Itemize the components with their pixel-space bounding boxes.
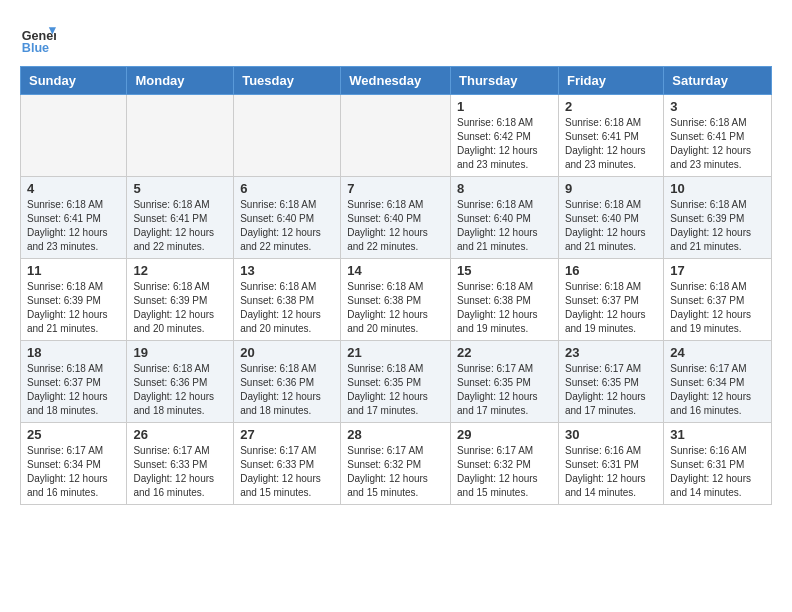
calendar-cell: 25Sunrise: 6:17 AM Sunset: 6:34 PM Dayli… xyxy=(21,423,127,505)
calendar-cell: 28Sunrise: 6:17 AM Sunset: 6:32 PM Dayli… xyxy=(341,423,451,505)
day-header-sunday: Sunday xyxy=(21,67,127,95)
day-number: 14 xyxy=(347,263,444,278)
calendar-cell: 30Sunrise: 6:16 AM Sunset: 6:31 PM Dayli… xyxy=(558,423,663,505)
logo: General Blue xyxy=(20,20,60,56)
day-header-saturday: Saturday xyxy=(664,67,772,95)
calendar-cell xyxy=(127,95,234,177)
day-number: 3 xyxy=(670,99,765,114)
cell-info: Sunrise: 6:18 AM Sunset: 6:38 PM Dayligh… xyxy=(347,280,444,336)
cell-info: Sunrise: 6:17 AM Sunset: 6:33 PM Dayligh… xyxy=(240,444,334,500)
cell-info: Sunrise: 6:17 AM Sunset: 6:33 PM Dayligh… xyxy=(133,444,227,500)
calendar-cell: 11Sunrise: 6:18 AM Sunset: 6:39 PM Dayli… xyxy=(21,259,127,341)
cell-info: Sunrise: 6:17 AM Sunset: 6:32 PM Dayligh… xyxy=(347,444,444,500)
calendar-cell: 21Sunrise: 6:18 AM Sunset: 6:35 PM Dayli… xyxy=(341,341,451,423)
calendar-week-row: 4Sunrise: 6:18 AM Sunset: 6:41 PM Daylig… xyxy=(21,177,772,259)
calendar-cell: 2Sunrise: 6:18 AM Sunset: 6:41 PM Daylig… xyxy=(558,95,663,177)
cell-info: Sunrise: 6:18 AM Sunset: 6:36 PM Dayligh… xyxy=(133,362,227,418)
day-number: 24 xyxy=(670,345,765,360)
day-number: 29 xyxy=(457,427,552,442)
day-number: 17 xyxy=(670,263,765,278)
day-header-friday: Friday xyxy=(558,67,663,95)
svg-text:Blue: Blue xyxy=(22,41,49,55)
cell-info: Sunrise: 6:17 AM Sunset: 6:34 PM Dayligh… xyxy=(670,362,765,418)
calendar-cell: 9Sunrise: 6:18 AM Sunset: 6:40 PM Daylig… xyxy=(558,177,663,259)
day-number: 5 xyxy=(133,181,227,196)
day-number: 20 xyxy=(240,345,334,360)
day-number: 21 xyxy=(347,345,444,360)
calendar-cell: 16Sunrise: 6:18 AM Sunset: 6:37 PM Dayli… xyxy=(558,259,663,341)
cell-info: Sunrise: 6:18 AM Sunset: 6:40 PM Dayligh… xyxy=(565,198,657,254)
calendar-cell: 29Sunrise: 6:17 AM Sunset: 6:32 PM Dayli… xyxy=(451,423,559,505)
cell-info: Sunrise: 6:18 AM Sunset: 6:35 PM Dayligh… xyxy=(347,362,444,418)
day-number: 13 xyxy=(240,263,334,278)
day-number: 27 xyxy=(240,427,334,442)
day-number: 18 xyxy=(27,345,120,360)
calendar-cell: 18Sunrise: 6:18 AM Sunset: 6:37 PM Dayli… xyxy=(21,341,127,423)
calendar-cell: 15Sunrise: 6:18 AM Sunset: 6:38 PM Dayli… xyxy=(451,259,559,341)
day-number: 9 xyxy=(565,181,657,196)
day-number: 22 xyxy=(457,345,552,360)
day-number: 23 xyxy=(565,345,657,360)
calendar-week-row: 1Sunrise: 6:18 AM Sunset: 6:42 PM Daylig… xyxy=(21,95,772,177)
calendar-cell: 20Sunrise: 6:18 AM Sunset: 6:36 PM Dayli… xyxy=(234,341,341,423)
calendar-cell xyxy=(21,95,127,177)
calendar-cell: 1Sunrise: 6:18 AM Sunset: 6:42 PM Daylig… xyxy=(451,95,559,177)
logo-icon: General Blue xyxy=(20,20,56,56)
calendar-cell: 6Sunrise: 6:18 AM Sunset: 6:40 PM Daylig… xyxy=(234,177,341,259)
day-number: 26 xyxy=(133,427,227,442)
day-number: 7 xyxy=(347,181,444,196)
day-number: 30 xyxy=(565,427,657,442)
calendar-week-row: 18Sunrise: 6:18 AM Sunset: 6:37 PM Dayli… xyxy=(21,341,772,423)
cell-info: Sunrise: 6:18 AM Sunset: 6:36 PM Dayligh… xyxy=(240,362,334,418)
cell-info: Sunrise: 6:16 AM Sunset: 6:31 PM Dayligh… xyxy=(565,444,657,500)
calendar-cell: 12Sunrise: 6:18 AM Sunset: 6:39 PM Dayli… xyxy=(127,259,234,341)
calendar-cell: 19Sunrise: 6:18 AM Sunset: 6:36 PM Dayli… xyxy=(127,341,234,423)
calendar-header-row: SundayMondayTuesdayWednesdayThursdayFrid… xyxy=(21,67,772,95)
day-number: 6 xyxy=(240,181,334,196)
calendar-cell: 5Sunrise: 6:18 AM Sunset: 6:41 PM Daylig… xyxy=(127,177,234,259)
cell-info: Sunrise: 6:18 AM Sunset: 6:38 PM Dayligh… xyxy=(457,280,552,336)
day-header-thursday: Thursday xyxy=(451,67,559,95)
day-header-monday: Monday xyxy=(127,67,234,95)
calendar-cell: 17Sunrise: 6:18 AM Sunset: 6:37 PM Dayli… xyxy=(664,259,772,341)
day-number: 4 xyxy=(27,181,120,196)
day-header-wednesday: Wednesday xyxy=(341,67,451,95)
calendar-cell: 14Sunrise: 6:18 AM Sunset: 6:38 PM Dayli… xyxy=(341,259,451,341)
calendar-cell xyxy=(341,95,451,177)
day-number: 16 xyxy=(565,263,657,278)
cell-info: Sunrise: 6:18 AM Sunset: 6:41 PM Dayligh… xyxy=(133,198,227,254)
calendar-cell: 31Sunrise: 6:16 AM Sunset: 6:31 PM Dayli… xyxy=(664,423,772,505)
day-number: 15 xyxy=(457,263,552,278)
cell-info: Sunrise: 6:18 AM Sunset: 6:41 PM Dayligh… xyxy=(27,198,120,254)
cell-info: Sunrise: 6:18 AM Sunset: 6:40 PM Dayligh… xyxy=(240,198,334,254)
cell-info: Sunrise: 6:18 AM Sunset: 6:41 PM Dayligh… xyxy=(670,116,765,172)
calendar-week-row: 11Sunrise: 6:18 AM Sunset: 6:39 PM Dayli… xyxy=(21,259,772,341)
cell-info: Sunrise: 6:18 AM Sunset: 6:38 PM Dayligh… xyxy=(240,280,334,336)
cell-info: Sunrise: 6:18 AM Sunset: 6:37 PM Dayligh… xyxy=(670,280,765,336)
cell-info: Sunrise: 6:18 AM Sunset: 6:39 PM Dayligh… xyxy=(27,280,120,336)
calendar-cell: 22Sunrise: 6:17 AM Sunset: 6:35 PM Dayli… xyxy=(451,341,559,423)
cell-info: Sunrise: 6:17 AM Sunset: 6:35 PM Dayligh… xyxy=(565,362,657,418)
cell-info: Sunrise: 6:18 AM Sunset: 6:40 PM Dayligh… xyxy=(347,198,444,254)
cell-info: Sunrise: 6:18 AM Sunset: 6:42 PM Dayligh… xyxy=(457,116,552,172)
day-number: 1 xyxy=(457,99,552,114)
cell-info: Sunrise: 6:18 AM Sunset: 6:37 PM Dayligh… xyxy=(27,362,120,418)
day-number: 10 xyxy=(670,181,765,196)
calendar-body: 1Sunrise: 6:18 AM Sunset: 6:42 PM Daylig… xyxy=(21,95,772,505)
cell-info: Sunrise: 6:18 AM Sunset: 6:41 PM Dayligh… xyxy=(565,116,657,172)
day-number: 12 xyxy=(133,263,227,278)
day-number: 31 xyxy=(670,427,765,442)
day-header-tuesday: Tuesday xyxy=(234,67,341,95)
calendar-cell xyxy=(234,95,341,177)
cell-info: Sunrise: 6:18 AM Sunset: 6:39 PM Dayligh… xyxy=(670,198,765,254)
cell-info: Sunrise: 6:17 AM Sunset: 6:35 PM Dayligh… xyxy=(457,362,552,418)
calendar-cell: 23Sunrise: 6:17 AM Sunset: 6:35 PM Dayli… xyxy=(558,341,663,423)
calendar-cell: 4Sunrise: 6:18 AM Sunset: 6:41 PM Daylig… xyxy=(21,177,127,259)
calendar-cell: 10Sunrise: 6:18 AM Sunset: 6:39 PM Dayli… xyxy=(664,177,772,259)
page-header: General Blue xyxy=(20,20,772,56)
calendar-table: SundayMondayTuesdayWednesdayThursdayFrid… xyxy=(20,66,772,505)
cell-info: Sunrise: 6:16 AM Sunset: 6:31 PM Dayligh… xyxy=(670,444,765,500)
day-number: 11 xyxy=(27,263,120,278)
day-number: 8 xyxy=(457,181,552,196)
calendar-cell: 26Sunrise: 6:17 AM Sunset: 6:33 PM Dayli… xyxy=(127,423,234,505)
